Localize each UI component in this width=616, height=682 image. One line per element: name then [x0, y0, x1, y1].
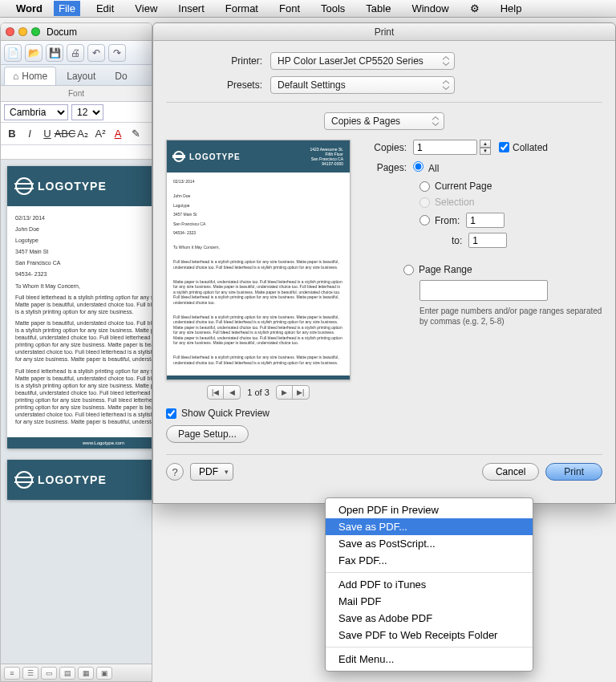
pdf-menu-save-as-pdf[interactable]: Save as PDF...: [326, 518, 533, 535]
italic-icon[interactable]: I: [22, 126, 38, 142]
page-1: LOGOTYPE 02/13/ 2014 John Doe Logotype 3…: [7, 166, 152, 449]
menu-script[interactable]: ⚙: [465, 1, 484, 16]
quick-preview-checkbox[interactable]: Show Quick Preview: [166, 408, 351, 419]
pages-from-radio[interactable]: From:: [365, 213, 602, 228]
font-color-icon[interactable]: A: [110, 126, 126, 142]
menu-window[interactable]: Window: [407, 1, 453, 16]
logo: LOGOTYPE: [15, 471, 107, 489]
menu-view[interactable]: View: [130, 1, 162, 16]
presets-label: Presets:: [166, 79, 270, 91]
pages-all-radio[interactable]: All: [413, 161, 439, 174]
redo-icon[interactable]: ↷: [108, 44, 126, 62]
font-name-select[interactable]: Cambria: [4, 104, 68, 120]
save-icon[interactable]: 💾: [46, 44, 63, 62]
preview-column: LOGOTYPE 1423 Awesome St.Fifth FloorSan …: [166, 140, 351, 443]
preview-addr: 1423 Awesome St.Fifth FloorSan Francisco…: [310, 147, 343, 166]
menu-tools[interactable]: Tools: [316, 1, 350, 16]
menu-table[interactable]: Table: [361, 1, 395, 16]
pdf-menu-itunes[interactable]: Add PDF to iTunes: [326, 576, 533, 593]
word-statusbar: ≡ ☰ ▭ ▤ ▦ ▣: [1, 664, 152, 681]
divider: [166, 102, 602, 103]
font-size-select[interactable]: 12: [71, 104, 103, 120]
section-select[interactable]: Copies & Pages: [324, 112, 444, 130]
page-range-input[interactable]: [419, 280, 548, 301]
pdf-menu-web-receipts[interactable]: Save PDF to Web Receipts Folder: [326, 627, 533, 643]
pdf-menu-save-postscript[interactable]: Save as PostScript...: [326, 535, 533, 552]
page-setup-button[interactable]: Page Setup...: [166, 425, 249, 443]
tab-document[interactable]: Do: [106, 67, 136, 85]
home-icon: ⌂: [13, 71, 18, 82]
menu-help[interactable]: Help: [496, 1, 527, 16]
ruler[interactable]: [1, 145, 152, 160]
pdf-menu-fax[interactable]: Fax PDF...: [326, 552, 533, 569]
view-print-icon[interactable]: ▭: [41, 667, 57, 680]
highlight-icon[interactable]: ✎: [128, 126, 144, 142]
menu-format[interactable]: Format: [221, 1, 263, 16]
minimize-icon[interactable]: [18, 27, 27, 36]
subscript-icon[interactable]: A₂: [75, 126, 91, 142]
letter-p1: Full bleed letterhead is a stylish print…: [15, 294, 152, 315]
print-button[interactable]: Print: [545, 463, 602, 481]
collated-checkbox[interactable]: Collated: [499, 142, 548, 153]
logo: LOGOTYPE: [15, 177, 107, 195]
next-page-icon: ▶: [277, 386, 293, 399]
menu-edit[interactable]: Edit: [91, 1, 119, 16]
view-focus-icon[interactable]: ▣: [96, 667, 112, 680]
new-doc-icon[interactable]: 📄: [4, 44, 22, 62]
letter-to-3: San Francisco CA: [15, 259, 152, 266]
view-outline-icon[interactable]: ☰: [22, 667, 38, 680]
copies-input[interactable]: [413, 140, 477, 155]
tab-layout[interactable]: Layout: [58, 67, 104, 85]
logo-mark-icon: [15, 177, 33, 195]
font-controls: Cambria 12: [1, 102, 152, 123]
print-icon[interactable]: 🖨: [67, 44, 84, 62]
letter-to-2: 3457 Main St: [15, 248, 152, 255]
pdf-menu-adobe[interactable]: Save as Adobe PDF: [326, 610, 533, 627]
pdf-menu-edit[interactable]: Edit Menu...: [326, 651, 533, 668]
printer-label: Printer:: [166, 55, 270, 67]
cancel-button[interactable]: Cancel: [482, 463, 539, 481]
print-dialog: Print Printer: HP Color LaserJet CP5520 …: [152, 22, 616, 504]
printer-select[interactable]: HP Color LaserJet CP5520 Series: [270, 52, 455, 70]
pdf-menu-mail[interactable]: Mail PDF: [326, 593, 533, 610]
page-body: 02/13/ 2014 John Doe Logotype 3457 Main …: [7, 206, 152, 437]
window-controls: [6, 27, 40, 36]
letterhead-header-2: LOGOTYPE: [7, 460, 152, 500]
word-toolbar: 📄 📂 💾 🖨 ↶ ↷: [1, 41, 152, 65]
open-icon[interactable]: 📂: [25, 44, 43, 62]
pdf-dropdown-button[interactable]: PDF: [190, 463, 233, 481]
next-last-button[interactable]: ▶▶|: [276, 385, 310, 400]
presets-select[interactable]: Default Settings: [270, 76, 455, 94]
help-button[interactable]: ?: [166, 463, 184, 481]
copies-stepper[interactable]: ▲▼: [480, 140, 491, 155]
pages-selection-radio: Selection: [365, 197, 602, 208]
to-input[interactable]: [468, 233, 507, 248]
letter-p2: Matte paper is beautiful, understated ch…: [15, 319, 152, 363]
underline-icon[interactable]: U: [39, 126, 55, 142]
pdf-menu-open-preview[interactable]: Open PDF in Preview: [326, 501, 533, 518]
letter-to-1: Logotype: [15, 237, 152, 244]
menu-file[interactable]: File: [54, 1, 80, 16]
tab-home[interactable]: ⌂Home: [4, 67, 56, 85]
letter-to-4: 94534- 2323: [15, 270, 152, 278]
zoom-icon[interactable]: [31, 27, 40, 36]
page-range-radio[interactable]: Page Range: [365, 264, 602, 275]
from-input[interactable]: [466, 213, 505, 228]
menu-font[interactable]: Font: [274, 1, 305, 16]
pages-current-radio[interactable]: Current Page: [365, 181, 602, 192]
app-name[interactable]: Word: [16, 2, 43, 14]
close-icon[interactable]: [6, 27, 14, 36]
strike-icon[interactable]: ABC: [57, 126, 73, 142]
undo-icon[interactable]: ↶: [87, 44, 105, 62]
superscript-icon[interactable]: A²: [92, 126, 108, 142]
pdf-dropdown-menu: Open PDF in Preview Save as PDF... Save …: [325, 497, 533, 672]
letterhead-header: LOGOTYPE: [7, 166, 152, 206]
view-notebook-icon[interactable]: ▤: [59, 667, 75, 680]
prev-first-button[interactable]: |◀◀: [207, 385, 241, 400]
menu-insert[interactable]: Insert: [173, 1, 209, 16]
quick-preview-input[interactable]: [166, 408, 176, 419]
bold-icon[interactable]: B: [4, 126, 20, 142]
view-draft-icon[interactable]: ≡: [4, 667, 20, 680]
view-publishing-icon[interactable]: ▦: [78, 667, 94, 680]
document-area[interactable]: LOGOTYPE 02/13/ 2014 John Doe Logotype 3…: [1, 160, 152, 682]
